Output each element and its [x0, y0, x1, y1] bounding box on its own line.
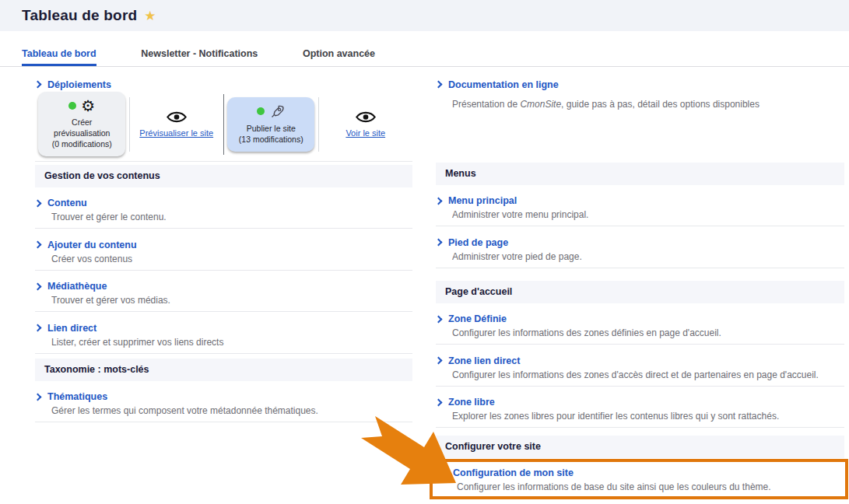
list-item: Menu principal Administrer votre menu pr…	[436, 185, 844, 227]
action-count: (0 modifications)	[52, 138, 112, 149]
section-header-menus: Menus	[436, 163, 844, 185]
item-description: Configurer les informations de base du s…	[440, 481, 837, 493]
right-column: Documentation en ligne Présentation de C…	[436, 72, 844, 504]
deployment-actions: ⚙ Créer prévisualisation (0 modification…	[35, 94, 412, 162]
pied-de-page-link[interactable]: Pied de page	[436, 237, 508, 248]
zone-definie-link[interactable]: Zone Définie	[436, 313, 507, 324]
lien-direct-link[interactable]: Lien direct	[35, 323, 96, 334]
section-header-page-accueil: Page d'accueil	[436, 281, 844, 303]
eye-icon	[356, 110, 376, 124]
status-dot-icon	[257, 107, 265, 115]
zone-lien-direct-link[interactable]: Zone lien direct	[436, 355, 520, 366]
item-description: Trouver et gérer le contenu.	[35, 211, 412, 223]
tab-bar: Tableau de bord Newsletter - Notificatio…	[0, 47, 849, 67]
item-description: Gérer les termes qui composent votre mét…	[35, 404, 412, 417]
list-item: Médiathèque Trouver et gérer vos médias.	[35, 271, 412, 313]
chevron-right-icon	[435, 81, 443, 89]
rocket-icon	[269, 103, 286, 120]
list-item: Configuration de mon site Configurer les…	[440, 462, 837, 496]
left-column: Déploiements ⚙ Créer prévisualisation (0…	[35, 72, 412, 504]
chevron-right-icon	[440, 469, 447, 477]
list-item: Lien direct Lister, créer et supprimer v…	[35, 312, 412, 354]
list-item: Ajouter du contenu Créer vos contenus	[35, 229, 412, 271]
eye-icon	[167, 110, 187, 124]
deployment-cell: Voir le site	[319, 94, 413, 155]
item-description: Trouver et gérer vos médias.	[35, 294, 412, 306]
action-label: Créer prévisualisation	[43, 117, 121, 138]
item-description: Administrer votre pied de page.	[436, 250, 844, 263]
item-description: Configurer les informations des zones dé…	[436, 327, 844, 339]
item-description: Créer vos contenus	[35, 253, 412, 265]
status-dot-icon	[68, 102, 76, 110]
action-label: Publier le site	[247, 123, 296, 134]
tab-tableau-de-bord[interactable]: Tableau de bord	[22, 48, 96, 66]
page-title: Tableau de bord	[22, 7, 137, 24]
documentation-heading: Documentation en ligne	[436, 78, 844, 91]
list-item: Zone Définie Configurer les informations…	[436, 303, 844, 345]
dashboard-content: Déploiements ⚙ Créer prévisualisation (0…	[0, 67, 849, 504]
chevron-right-icon	[34, 81, 42, 89]
favorite-star-icon[interactable]: ★	[144, 8, 156, 24]
list-item-partial: Période d'ouverture du site	[436, 499, 844, 504]
create-preview-button[interactable]: ⚙ Créer prévisualisation (0 modification…	[38, 92, 125, 156]
contenu-link[interactable]: Contenu	[35, 198, 87, 208]
item-description: Administrer votre menu principal.	[436, 208, 844, 221]
ajouter-du-contenu-link[interactable]: Ajouter du contenu	[35, 240, 137, 250]
thematiques-link[interactable]: Thématiques	[35, 391, 107, 402]
action-count: (13 modifications)	[239, 134, 303, 145]
chevron-right-icon	[34, 324, 42, 332]
list-item: Thématiques Gérer les termes qui compose…	[35, 381, 412, 423]
list-item: Zone lien direct Configurer les informat…	[436, 345, 844, 387]
view-site-link[interactable]: Voir le site	[346, 110, 385, 138]
highlight-box: Configuration de mon site Configurer les…	[430, 459, 848, 499]
deployments-heading: Déploiements	[35, 78, 412, 91]
list-item: Zone libre Explorer les zones libres pou…	[436, 387, 844, 429]
zone-libre-link[interactable]: Zone libre	[436, 397, 495, 408]
chevron-right-icon	[435, 398, 443, 406]
chevron-right-icon	[34, 199, 42, 207]
chevron-right-icon	[435, 357, 443, 365]
section-header-configurer-site: Configurer votre site	[436, 436, 844, 458]
list-item: Pied de page Administrer votre pied de p…	[436, 226, 844, 268]
menu-principal-link[interactable]: Menu principal	[436, 195, 517, 206]
item-description: Configurer les informations des zones d'…	[436, 369, 844, 381]
deployment-cell: Prévisualiser le site	[130, 94, 224, 155]
deployment-cell: ⚙ Créer prévisualisation (0 modification…	[35, 94, 129, 155]
list-item: Contenu Trouver et gérer le contenu.	[35, 187, 412, 229]
chevron-right-icon	[435, 315, 443, 323]
documentation-link[interactable]: Documentation en ligne	[436, 79, 559, 91]
gear-icon: ⚙	[81, 98, 95, 114]
page-header: Tableau de bord ★	[0, 0, 849, 31]
section-header-gestion-contenus: Gestion de vos contenus	[35, 165, 412, 187]
publish-site-button[interactable]: Publier le site (13 modifications)	[227, 97, 314, 152]
item-description: Lister, créer et supprimer vos liens dir…	[35, 336, 412, 348]
item-description: Explorer les zones libres pour identifie…	[436, 410, 844, 422]
tab-option-avancee[interactable]: Option avancée	[303, 48, 375, 66]
chevron-right-icon	[34, 282, 42, 290]
chevron-right-icon	[34, 241, 42, 249]
chevron-right-icon	[435, 197, 443, 205]
deployments-link[interactable]: Déploiements	[35, 79, 111, 91]
mediatheque-link[interactable]: Médiathèque	[35, 281, 107, 292]
deployment-cell: Publier le site (13 modifications)	[224, 94, 318, 155]
section-header-taxonomie: Taxonomie : mots-clés	[35, 359, 412, 381]
configuration-de-mon-site-link[interactable]: Configuration de mon site	[440, 467, 574, 478]
documentation-description: Présentation de CmonSite, guide pas à pa…	[436, 98, 844, 110]
tab-newsletter-notifications[interactable]: Newsletter - Notifications	[141, 48, 258, 66]
chevron-right-icon	[34, 393, 42, 401]
chevron-right-icon	[435, 239, 443, 247]
preview-site-link[interactable]: Prévisualiser le site	[139, 110, 213, 138]
product-name: CmonSite	[520, 99, 561, 110]
